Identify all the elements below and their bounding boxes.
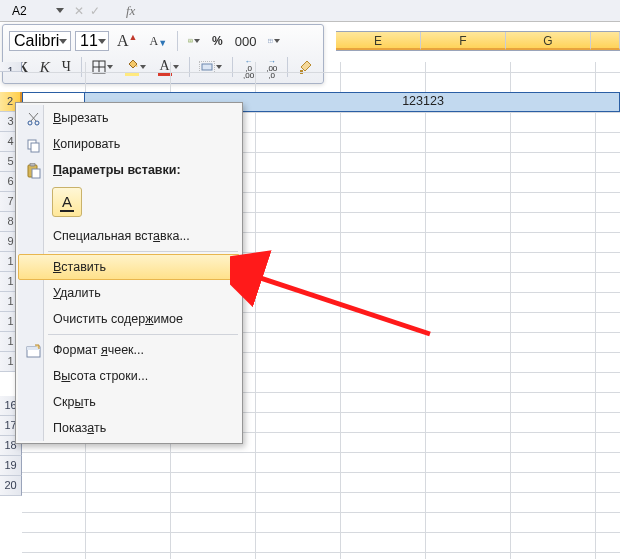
menu-format-cells[interactable]: Формат ячеек... xyxy=(18,337,240,363)
shrink-font-button[interactable]: A▼ xyxy=(145,30,171,52)
fx-icon[interactable]: fx xyxy=(126,3,135,19)
context-menu: Вырезать Копировать Параметры вставки: A… xyxy=(15,102,243,444)
svg-point-14 xyxy=(35,121,39,125)
accounting-format-button[interactable] xyxy=(184,30,204,52)
chevron-down-icon[interactable] xyxy=(98,39,106,44)
name-box-value: A2 xyxy=(12,4,27,18)
svg-point-13 xyxy=(28,121,32,125)
format-cells-icon xyxy=(23,341,43,361)
row-header[interactable]: 1 xyxy=(0,62,22,72)
row-header[interactable]: 19 xyxy=(0,456,22,476)
menu-paste-options-header: Параметры вставки: xyxy=(18,157,240,183)
number-format-button[interactable] xyxy=(264,30,284,52)
menu-cut[interactable]: Вырезать xyxy=(18,105,240,131)
menu-separator xyxy=(48,251,238,252)
copy-icon xyxy=(23,135,43,155)
menu-hide[interactable]: Скрыть xyxy=(18,389,240,415)
table-icon xyxy=(268,34,273,48)
chevron-down-icon[interactable] xyxy=(59,39,67,44)
separator xyxy=(177,31,178,51)
comma-format-button[interactable]: 000 xyxy=(231,30,261,52)
cell-value: 123123 xyxy=(338,94,508,108)
paste-keep-formatting-button[interactable]: A xyxy=(52,187,82,217)
chevron-down-icon[interactable] xyxy=(194,39,200,43)
font-name-value: Calibri xyxy=(14,32,59,50)
scissors-icon xyxy=(23,109,43,129)
formula-bar: A2 ✕ ✓ fx xyxy=(0,0,620,22)
chevron-down-icon[interactable] xyxy=(274,39,280,43)
clipboard-icon xyxy=(23,161,43,181)
money-icon xyxy=(188,34,193,48)
grow-font-button[interactable]: A▲ xyxy=(113,30,141,52)
column-header[interactable]: G xyxy=(506,32,591,50)
menu-delete[interactable]: Удалить xyxy=(18,280,240,306)
menu-insert[interactable]: Вставить xyxy=(18,254,240,280)
confirm-icon: ✓ xyxy=(90,4,100,18)
row-header[interactable]: 20 xyxy=(0,476,22,496)
menu-separator xyxy=(48,334,238,335)
menu-row-height[interactable]: Высота строки... xyxy=(18,363,240,389)
name-box[interactable]: A2 xyxy=(8,4,68,18)
menu-copy[interactable]: Копировать xyxy=(18,131,240,157)
menu-clear-contents[interactable]: Очистить содержимое xyxy=(18,306,240,332)
svg-rect-20 xyxy=(30,163,35,166)
chevron-down-icon[interactable] xyxy=(56,8,64,13)
menu-paste-special[interactable]: Специальная вставка... xyxy=(18,223,240,249)
font-name-combo[interactable]: Calibri xyxy=(9,31,71,51)
column-header[interactable] xyxy=(591,32,620,50)
percent-format-button[interactable]: % xyxy=(208,30,227,52)
menu-show[interactable]: Показать xyxy=(18,415,240,441)
font-size-value: 11 xyxy=(80,32,98,50)
font-size-combo[interactable]: 11 xyxy=(75,31,109,51)
column-header[interactable]: E xyxy=(336,32,421,50)
cancel-icon: ✕ xyxy=(74,4,84,18)
column-headers: E F G xyxy=(336,31,620,51)
menu-paste-option-row: A xyxy=(18,183,240,223)
column-header[interactable]: F xyxy=(421,32,506,50)
svg-rect-21 xyxy=(32,169,40,178)
svg-rect-18 xyxy=(31,143,39,152)
